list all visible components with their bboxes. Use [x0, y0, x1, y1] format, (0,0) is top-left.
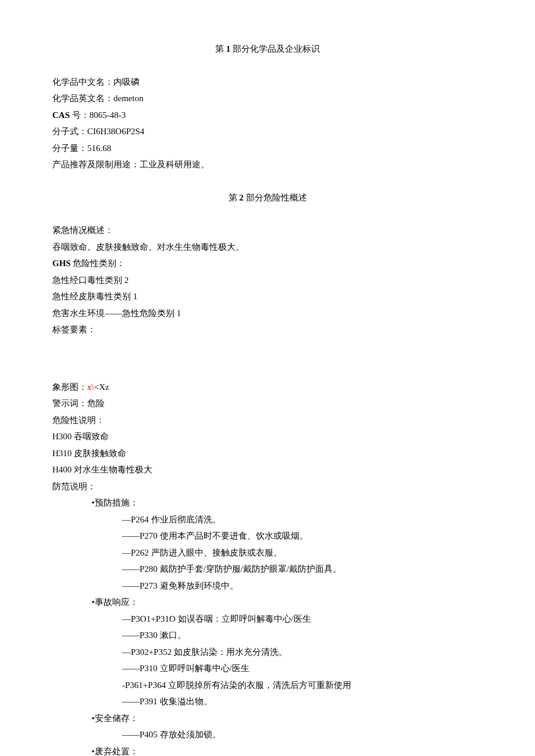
response-2: —P302+P352 如皮肤沾染：用水充分清洗。 — [52, 644, 483, 661]
prevention-header: •预防措施： — [52, 495, 483, 511]
section1-title-suffix: 部分化学品及企业标识 — [230, 44, 320, 53]
mw-line: 分子量：516.68 — [52, 140, 483, 157]
cas-line: CAS 号：8065-48-3 — [52, 107, 483, 124]
response-5: ——P391 收集溢出物。 — [52, 693, 483, 710]
name-en-value: demeton — [113, 94, 144, 103]
section1-title-prefix: 第 — [215, 44, 226, 53]
section2-title: 第 2 部分危险性概述 — [52, 189, 483, 206]
ghs-label-bold: GHS — [52, 259, 71, 268]
formula-label: 分子式： — [52, 127, 87, 136]
section1-title: 第 1 部分化学品及企业标识 — [52, 41, 483, 58]
emergency-label: 紧急情况概述： — [52, 222, 483, 239]
section2-body: 紧急情况概述： 吞咽致命。皮肤接触致命。对水生生物毒性极大。 GHS 危险性类别… — [52, 222, 483, 756]
signal-value: 危险 — [87, 399, 105, 408]
response-header: •事故响应： — [52, 594, 483, 611]
cas-label-suffix: 号： — [70, 110, 90, 120]
precaution-label: 防范说明： — [52, 478, 483, 495]
disposal-header: •废弃处置： — [52, 743, 483, 757]
usage-value: 工业及科研用途。 — [140, 160, 209, 169]
section2-title-suffix: 部分危险性概述 — [244, 193, 307, 202]
storage-0: ——P405 存放处须加锁。 — [52, 726, 483, 743]
ghs-label-suffix: 危险性类别： — [71, 259, 126, 268]
prevention-2: —P262 严防进入眼中、接触皮肤或衣服。 — [52, 544, 483, 561]
signal-label: 警示词： — [52, 399, 87, 408]
usage-label: 产品推荐及限制用途： — [52, 160, 140, 169]
hazard-0: H300 吞咽致命 — [52, 428, 483, 445]
prevention-3: ——P280 戴防护手套/穿防护服/戴防护眼罩/戴防护面具。 — [52, 561, 483, 578]
response-3: ——P310 立即呼叫解毒中心/医生 — [52, 660, 483, 677]
hazard-1: H310 皮肤接触致命 — [52, 445, 483, 462]
name-cn-label: 化学品中文名： — [52, 77, 113, 87]
ghs-cat-0: 急性经口毒性类别 2 — [52, 272, 483, 289]
usage-line: 产品推荐及限制用途：工业及科研用途。 — [52, 156, 483, 173]
pictogram-rest: <Xz — [94, 382, 109, 392]
storage-header: •安全储存： — [52, 710, 483, 727]
section1-body: 化学品中文名：内吸磷 化学品英文名：demeton CAS 号：8065-48-… — [52, 74, 483, 173]
name-cn-line: 化学品中文名：内吸磷 — [52, 74, 483, 91]
ghs-cat-2: 危害水生环境——急性危险类别 1 — [52, 305, 483, 322]
formula-line: 分子式：CI6H38O6P2S4 — [52, 123, 483, 140]
response-4: -P361+P364 立即脱掉所有沾染的衣服，清洗后方可重新使用 — [52, 677, 483, 694]
spacer — [52, 338, 483, 379]
emergency-text: 吞咽致命。皮肤接触致命。对水生生物毒性极大。 — [52, 239, 483, 256]
prevention-1: ——P270 使用本产品时不要进食、饮水或吸烟。 — [52, 528, 483, 544]
name-en-line: 化学品英文名：demeton — [52, 90, 483, 107]
formula-value: CI6H38O6P2S4 — [87, 127, 144, 136]
mw-value: 516.68 — [87, 144, 111, 153]
name-cn-value: 内吸磷 — [113, 77, 140, 87]
pictogram-red-text: x\ — [87, 382, 94, 392]
response-1: ——P330 漱口。 — [52, 627, 483, 644]
name-en-label: 化学品英文名： — [52, 94, 113, 103]
prevention-4: ——P273 避免释放到环境中。 — [52, 578, 483, 594]
ghs-label-line: GHS 危险性类别： — [52, 255, 483, 272]
signal-line: 警示词：危险 — [52, 395, 483, 412]
section2-title-prefix: 第 — [229, 193, 240, 202]
pictogram-label: 象形图： — [52, 382, 87, 392]
cas-label-bold: CAS — [52, 110, 70, 120]
section2-title-num: 2 — [239, 193, 244, 202]
pictogram-line: 象形图：x\<Xz — [52, 379, 483, 396]
response-0: —P3O1+P31O 如误吞咽：立即呼叫解毒中心/医生 — [52, 611, 483, 628]
cas-value: 8065-48-3 — [90, 110, 126, 120]
label-elements: 标签要素： — [52, 321, 483, 338]
mw-label: 分子量： — [52, 144, 87, 153]
prevention-0: —P264 作业后彻底清洗。 — [52, 511, 483, 528]
hazard-2: H400 对水生生物毒性极大 — [52, 461, 483, 478]
ghs-cat-1: 急性经皮肤毒性类别 1 — [52, 288, 483, 305]
hazard-label: 危险性说明： — [52, 412, 483, 429]
